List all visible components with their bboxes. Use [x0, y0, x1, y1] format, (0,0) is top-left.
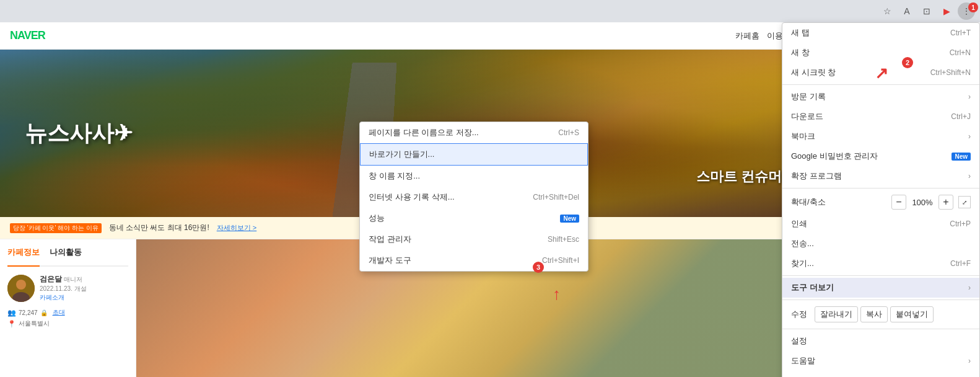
save-page-item[interactable]: 페이지를 다른 이름으로 저장... Ctrl+S — [360, 122, 588, 143]
create-shortcut-item[interactable]: 바로가기 만들기... — [360, 143, 588, 166]
performance-item[interactable]: 성능 New — [360, 208, 588, 229]
help-item[interactable]: 도움말 › — [782, 351, 979, 371]
task-manager-item[interactable]: 작업 관리자 Shift+Esc — [360, 229, 588, 250]
divider-5 — [782, 329, 979, 329]
step3-badge: 3 — [533, 261, 544, 273]
arrow-3-icon: ↑ — [553, 285, 561, 304]
copy-button[interactable]: 복사 — [860, 306, 888, 322]
clear-history-item[interactable]: 인터넷 사용 기록 삭제... Ctrl+Shift+Del — [360, 187, 588, 208]
more-tools-arrow-icon: › — [968, 283, 971, 292]
zoom-icon[interactable]: A — [898, 2, 916, 20]
exit-item[interactable]: 종료 — [782, 371, 979, 377]
bookmarks-arrow-icon: › — [968, 132, 971, 141]
fullscreen-button[interactable]: ⤢ — [958, 196, 971, 208]
edit-group: 수정 잘라내기 복사 붙여넣기 — [782, 302, 979, 327]
find-item[interactable]: 찾기... Ctrl+F — [782, 254, 979, 273]
zoom-minus-button[interactable]: − — [891, 195, 906, 210]
divider-3 — [782, 275, 979, 276]
divider-4 — [782, 299, 979, 300]
zoom-row: 확대/축소 − 100% + ⤢ — [782, 190, 979, 214]
divider-1 — [782, 84, 979, 85]
name-window-item[interactable]: 창 이름 지정... — [360, 166, 588, 187]
context-menu-overlay: 페이지를 다른 이름으로 저장... Ctrl+S 바로가기 만들기... 창 … — [0, 22, 980, 377]
cut-button[interactable]: 잘라내기 — [815, 306, 858, 322]
help-arrow-icon: › — [968, 357, 971, 365]
bookmarks-item[interactable]: 북마크 › — [782, 126, 979, 146]
dev-tools-item[interactable]: 개발자 도구 Ctrl+Shift+I — [360, 250, 588, 271]
downloads-item[interactable]: 다운로드 Ctrl+J — [782, 107, 979, 126]
more-tools-item[interactable]: 도구 더보기 › — [782, 278, 979, 298]
arrow-2-icon: ↙ — [875, 64, 888, 84]
extend-icon[interactable]: ⊡ — [918, 2, 935, 20]
zoom-controls: − 100% + ⤢ — [891, 195, 971, 210]
extensions-arrow-icon: › — [968, 172, 971, 180]
print-item[interactable]: 인쇄 Ctrl+P — [782, 214, 979, 234]
history-item[interactable]: 방문 기록 › — [782, 87, 979, 107]
settings-item[interactable]: 설정 — [782, 331, 979, 351]
forward-icon[interactable]: ▶ — [938, 2, 955, 20]
edit-controls: 잘라내기 복사 붙여넣기 — [815, 306, 934, 322]
history-arrow-icon: › — [968, 92, 971, 101]
new-badge: New — [560, 215, 579, 223]
password-new-badge: New — [952, 153, 971, 161]
new-tab-item[interactable]: 새 탭 Ctrl+T — [782, 23, 979, 43]
zoom-value: 100% — [911, 198, 934, 207]
extensions-item[interactable]: 확장 프로그램 › — [782, 166, 979, 186]
step1-badge: 1 — [968, 2, 978, 12]
paste-button[interactable]: 붙여넣기 — [890, 306, 934, 322]
browser-topbar: ☆ A ⊡ ▶ ⋮ 1 — [0, 0, 980, 22]
main-content: NAVER 카페홈 이용 가입카페 ▾ 새글 내소식 채팅 로그인 — [0, 22, 980, 377]
zoom-plus-button[interactable]: + — [938, 195, 953, 210]
sub-context-menu: 페이지를 다른 이름으로 저장... Ctrl+S 바로가기 만들기... 창 … — [359, 122, 588, 272]
password-manager-item[interactable]: Google 비밀번호 관리자 New — [782, 146, 979, 166]
bookmark-icon[interactable]: ☆ — [878, 2, 896, 20]
divider-2 — [782, 188, 979, 188]
step2-badge: 2 — [902, 56, 913, 68]
send-item[interactable]: 전송... — [782, 234, 979, 254]
new-window-item[interactable]: 새 창 Ctrl+N — [782, 43, 979, 63]
